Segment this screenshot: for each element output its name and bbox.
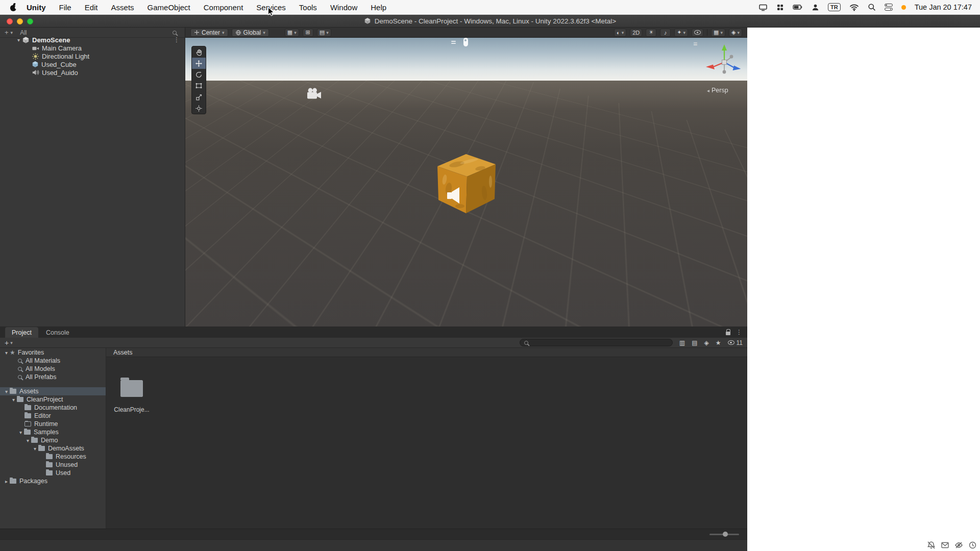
create-asset-button[interactable]: +	[5, 339, 9, 347]
scene-audio-toggle[interactable]: ♪	[660, 29, 671, 37]
tree-row-all-prefabs[interactable]: All Prefabs	[0, 373, 106, 381]
close-window-button[interactable]	[7, 18, 13, 24]
grid-visibility-dropdown[interactable]: ▦ ▾	[711, 29, 725, 37]
apple-menu-icon[interactable]	[10, 4, 17, 11]
draw-mode-dropdown[interactable]: ◐ ▾	[614, 29, 626, 37]
menu-help[interactable]: Help	[364, 3, 393, 12]
2d-toggle-button[interactable]: 2D	[630, 29, 642, 37]
tree-row-unused[interactable]: Unused	[0, 461, 106, 469]
hierarchy-row-used-audio[interactable]: Used_Auido	[0, 68, 185, 77]
tree-row-packages[interactable]: ▸ Packages	[0, 477, 106, 485]
menu-clock[interactable]: Tue Jan 20 17:47	[915, 3, 972, 11]
menu-file[interactable]: File	[53, 3, 78, 12]
hierarchy-row-main-camera[interactable]: Main Camera	[0, 44, 185, 52]
hierarchy-filter-label[interactable]: All	[20, 29, 27, 36]
rect-tool-button[interactable]	[192, 80, 206, 91]
mail-icon[interactable]	[941, 541, 949, 549]
tool-pivot-dropdown[interactable]: Center ▾	[190, 29, 228, 37]
menu-window[interactable]: Window	[324, 3, 364, 12]
tree-row-cleanproject[interactable]: ▾ CleanProject	[0, 395, 106, 404]
menu-tools[interactable]: Tools	[292, 3, 324, 12]
menu-assets[interactable]: Assets	[105, 3, 141, 12]
thumbnail-zoom-slider[interactable]	[709, 534, 739, 535]
chevron-down-icon[interactable]: ▾	[10, 340, 13, 345]
scene-lighting-toggle[interactable]: ☀	[646, 29, 656, 37]
grid-status-icon[interactable]	[776, 4, 784, 11]
scale-tool-button[interactable]	[192, 91, 206, 103]
tree-row-all-models[interactable]: All Models	[0, 365, 106, 373]
search-by-type-icon[interactable]: ▥	[679, 339, 685, 346]
snap-toggle-button[interactable]: ⊞	[303, 29, 313, 37]
tool-space-dropdown[interactable]: Global ▾	[232, 29, 269, 37]
chevron-right-icon[interactable]: ▸	[3, 479, 10, 484]
search-by-label-icon[interactable]: ▤	[692, 339, 697, 346]
spotlight-search-icon[interactable]	[868, 3, 876, 11]
tree-row-editor[interactable]: Editor	[0, 412, 106, 420]
rotate-tool-button[interactable]	[192, 69, 206, 80]
used-cube-object[interactable]	[433, 149, 501, 217]
tree-row-samples[interactable]: ▾ Samples	[0, 428, 106, 436]
hidden-count-badge[interactable]: 11	[728, 339, 743, 346]
menu-edit[interactable]: Edit	[78, 3, 105, 12]
clock-icon[interactable]	[968, 541, 977, 549]
battery-status-icon[interactable]	[793, 4, 803, 10]
hand-tool-button[interactable]	[192, 46, 206, 58]
menu-unity[interactable]: Unity	[20, 3, 53, 12]
tree-row-runtime[interactable]: Runtime	[0, 420, 106, 428]
lock-icon[interactable]	[726, 332, 730, 335]
slider-knob[interactable]	[723, 532, 728, 537]
move-tool-button[interactable]	[192, 58, 206, 69]
search-input[interactable]	[534, 340, 669, 346]
favorite-search-icon[interactable]: ★	[716, 339, 721, 346]
tree-row-favorites[interactable]: ▾ ★ Favorites	[0, 348, 106, 357]
eye-hidden-icon[interactable]	[954, 541, 963, 549]
chevron-down-icon[interactable]: ▾	[32, 446, 38, 452]
chevron-down-icon[interactable]: ▾	[15, 37, 22, 43]
hierarchy-row-directional-light[interactable]: Directional Light	[0, 52, 185, 60]
tree-row-demoassets[interactable]: ▾ DemoAssets	[0, 444, 106, 453]
scene-viewport[interactable]: ≡ ◂ Persp	[185, 38, 747, 327]
tree-row-all-materials[interactable]: All Materials	[0, 357, 106, 365]
project-search-field[interactable]	[520, 339, 673, 346]
chevron-down-icon[interactable]: ▾	[17, 430, 24, 435]
snap-settings-dropdown[interactable]: ▤ ▾	[317, 29, 331, 37]
effects-dropdown[interactable]: ✦ ▾	[674, 29, 688, 37]
bell-muted-icon[interactable]	[927, 541, 936, 549]
chevron-down-icon[interactable]: ▾	[10, 397, 17, 403]
chevron-down-icon[interactable]: ▾	[3, 389, 10, 394]
kebab-menu-icon[interactable]: ⋮	[174, 36, 180, 43]
tree-row-assets[interactable]: ▾ Assets	[0, 387, 106, 395]
chevron-down-icon[interactable]: ▾	[24, 438, 31, 443]
hierarchy-row-used-cube[interactable]: Used_Cube	[0, 60, 185, 68]
tree-row-resources[interactable]: Resources	[0, 453, 106, 461]
control-center-icon[interactable]	[885, 4, 893, 11]
tree-row-used[interactable]: Used	[0, 469, 106, 477]
asset-item-cleanproject[interactable]: CleanProje...	[106, 357, 157, 423]
directional-light-gizmo[interactable]	[463, 38, 468, 46]
wifi-icon[interactable]	[849, 4, 859, 11]
display-status-icon[interactable]	[758, 4, 768, 11]
tree-row-documentation[interactable]: Documentation	[0, 404, 106, 412]
gizmos-dropdown[interactable]: ◈ ▾	[729, 29, 742, 37]
hamburger-menu-icon[interactable]: ≡	[693, 40, 697, 48]
orientation-gizmo[interactable]	[700, 43, 741, 80]
tab-project[interactable]: Project	[5, 327, 38, 338]
perspective-toggle[interactable]: ◂ Persp	[707, 87, 728, 94]
tab-console[interactable]: Console	[39, 327, 76, 338]
camera-gizmo-icon[interactable]	[305, 87, 323, 101]
chevron-down-icon[interactable]: ▾	[3, 350, 10, 356]
transform-tool-button[interactable]	[192, 103, 206, 114]
user-status-icon[interactable]	[812, 4, 819, 11]
input-source-badge[interactable]: TR	[828, 3, 841, 11]
add-gameobject-button[interactable]: +	[5, 29, 9, 36]
window-title-bar[interactable]: DemoScene - CleanProject - Windows, Mac,…	[0, 15, 980, 28]
tree-row-demo[interactable]: ▾ Demo	[0, 436, 106, 444]
menu-gameobject[interactable]: GameObject	[141, 3, 197, 12]
chevron-down-icon[interactable]: ▾	[11, 30, 13, 35]
hierarchy-row-scene[interactable]: ▾ DemoScene ⋮	[0, 36, 185, 44]
kebab-menu-icon[interactable]: ⋮	[736, 329, 742, 336]
grid-snap-dropdown[interactable]: ▦ ▾	[285, 29, 299, 37]
preset-icon[interactable]: ◈	[704, 339, 709, 346]
menu-component[interactable]: Component	[197, 3, 250, 12]
minimize-window-button[interactable]	[17, 18, 23, 24]
